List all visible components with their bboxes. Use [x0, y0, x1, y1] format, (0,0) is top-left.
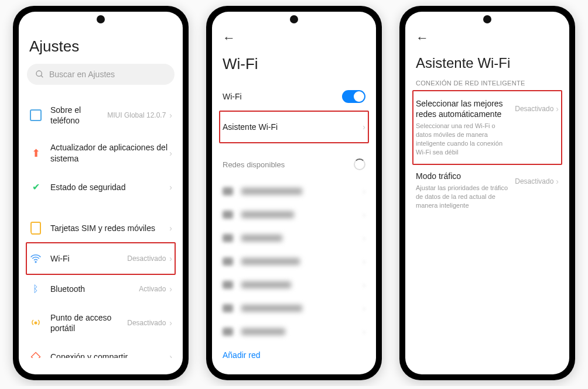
row-label: Punto de acceso portátil	[50, 312, 127, 333]
row-bluetooth[interactable]: ᛒ Bluetooth Activado ›	[27, 274, 175, 304]
svg-line-1	[41, 75, 43, 77]
row-value: Desactivado	[127, 254, 166, 263]
share-icon	[29, 350, 42, 358]
phone-frame-settings: Ajustes Buscar en Ajustes Sobre el teléf…	[13, 6, 189, 380]
row-label: Asistente Wi-Fi	[223, 122, 363, 132]
camera-notch	[290, 15, 298, 23]
svg-point-0	[36, 71, 42, 76]
back-button[interactable]: ←	[220, 28, 368, 46]
item-description: Seleccionar una red Wi-Fi o datos móvile…	[416, 122, 511, 156]
chevron-right-icon: ›	[556, 104, 559, 113]
wifi-toggle-switch[interactable]	[342, 90, 365, 103]
camera-notch	[97, 15, 105, 23]
section-label: Redes disponibles	[223, 160, 354, 169]
row-wifi-toggle[interactable]: Wi-Fi	[220, 81, 368, 112]
updater-icon: ⬆	[29, 147, 42, 160]
row-value: Desactivado	[127, 319, 166, 327]
chevron-right-icon: ›	[363, 122, 365, 132]
screen-wifi-assistant: ← Asistente Wi-Fi CONEXIÓN DE RED INTELI…	[405, 12, 569, 374]
phone-frame-wifi-assistant: ← Asistente Wi-Fi CONEXIÓN DE RED INTELI…	[399, 6, 575, 380]
item-title: Seleccionar las mejores redes automática…	[416, 98, 511, 119]
network-row[interactable]: ›	[220, 320, 368, 343]
camera-notch	[483, 15, 491, 23]
hotspot-icon	[29, 316, 42, 329]
about-icon	[29, 109, 42, 122]
chevron-right-icon: ›	[169, 111, 172, 120]
item-title: Modo tráfico	[416, 171, 511, 181]
phone-frame-wifi: ← Wi-Fi Wi-Fi Asistente Wi-Fi › Redes di…	[206, 6, 382, 380]
toggle-label: Wi-Fi	[223, 91, 342, 102]
chevron-right-icon: ›	[169, 149, 172, 158]
row-label: Wi-Fi	[50, 253, 127, 264]
row-value: Activado	[139, 285, 166, 293]
row-hotspot[interactable]: Punto de acceso portátil Desactivado ›	[27, 304, 175, 342]
row-security-status[interactable]: ✔ Estado de seguridad ›	[27, 172, 175, 202]
svg-point-2	[35, 261, 36, 263]
row-wifi-assistant[interactable]: Asistente Wi-Fi ›	[219, 111, 369, 143]
network-row[interactable]: ›	[220, 273, 368, 297]
network-row[interactable]: ›	[220, 203, 368, 226]
page-title: Wi-Fi	[223, 55, 368, 73]
item-value: Desactivado	[515, 105, 553, 113]
row-label: Conexión y compartir	[50, 352, 169, 358]
row-wifi[interactable]: Wi-Fi Desactivado ›	[26, 242, 176, 275]
chevron-right-icon: ›	[169, 352, 172, 358]
add-network-link[interactable]: Añadir red	[220, 343, 368, 358]
page-title: Ajustes	[29, 37, 175, 56]
chevron-right-icon: ›	[169, 254, 172, 263]
network-row[interactable]: ›	[220, 226, 368, 250]
row-value: MIUI Global 12.0.7	[107, 111, 166, 119]
network-row[interactable]: ›	[220, 180, 368, 203]
loading-spinner-icon	[354, 159, 365, 170]
search-placeholder: Buscar en Ajustes	[49, 70, 115, 79]
chevron-right-icon: ›	[169, 223, 172, 233]
row-label: Estado de seguridad	[50, 182, 169, 192]
shield-icon: ✔	[29, 181, 42, 194]
search-input[interactable]: Buscar en Ajustes	[27, 64, 175, 85]
back-button[interactable]: ←	[413, 28, 561, 46]
screen-wifi: ← Wi-Fi Wi-Fi Asistente Wi-Fi › Redes di…	[212, 12, 376, 374]
page-title: Asistente Wi-Fi	[416, 55, 561, 71]
wifi-icon	[29, 252, 42, 265]
item-description: Ajustar las prioridades de tráfico de da…	[416, 184, 511, 210]
chevron-right-icon: ›	[169, 284, 172, 294]
row-label: Tarjetas SIM y redes móviles	[50, 223, 169, 233]
sim-icon	[29, 222, 42, 235]
row-connection-share[interactable]: Conexión y compartir ›	[27, 342, 175, 358]
row-label: Actualizador de aplicaciones del sistema	[50, 142, 169, 163]
search-icon	[35, 70, 45, 79]
section-available-networks: Redes disponibles	[220, 149, 368, 180]
row-about-phone[interactable]: Sobre el teléfono MIUI Global 12.0.7 ›	[27, 97, 175, 134]
bluetooth-icon: ᛒ	[29, 283, 42, 295]
row-label: Sobre el teléfono	[50, 105, 107, 126]
row-traffic-mode[interactable]: Modo tráfico Ajustar las prioridades de …	[413, 164, 561, 217]
chevron-right-icon: ›	[556, 177, 559, 186]
network-row[interactable]: ›	[220, 297, 368, 320]
row-system-updater[interactable]: ⬆ Actualizador de aplicaciones del siste…	[27, 134, 175, 171]
chevron-right-icon: ›	[169, 183, 172, 192]
svg-point-3	[35, 322, 36, 323]
row-sim-cards[interactable]: Tarjetas SIM y redes móviles ›	[27, 213, 175, 243]
network-row[interactable]: ›	[220, 250, 368, 273]
section-header: CONEXIÓN DE RED INTELIGENTE	[416, 80, 559, 87]
chevron-right-icon: ›	[169, 318, 172, 328]
row-label: Bluetooth	[50, 284, 139, 294]
row-auto-select-networks[interactable]: Seleccionar las mejores redes automática…	[412, 90, 562, 165]
screen-settings: Ajustes Buscar en Ajustes Sobre el teléf…	[19, 12, 183, 374]
item-value: Desactivado	[515, 177, 553, 185]
